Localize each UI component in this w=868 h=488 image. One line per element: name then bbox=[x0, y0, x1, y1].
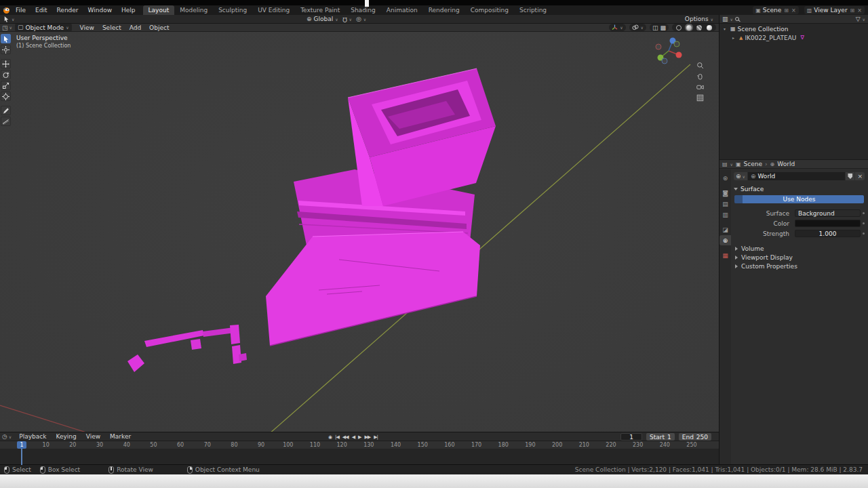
workspace-tab[interactable]: Scripting bbox=[514, 5, 552, 15]
surface-panel-header[interactable]: Surface bbox=[734, 185, 865, 193]
timeline-ruler[interactable]: 0102030405060708090100110120130140150160… bbox=[0, 441, 719, 449]
workspace-tab[interactable]: Rendering bbox=[423, 5, 465, 15]
viewport-menu-item[interactable]: Select bbox=[98, 24, 125, 31]
ortho-grid-icon[interactable] bbox=[696, 94, 704, 102]
outliner-editor-icon[interactable]: ▥ bbox=[722, 16, 728, 22]
fake-user-button[interactable] bbox=[846, 172, 854, 180]
strength-slider[interactable]: 1.000 bbox=[795, 230, 861, 237]
collapsed-panel-header[interactable]: Viewport Display bbox=[734, 253, 865, 262]
tool-measure[interactable] bbox=[1, 117, 11, 126]
unlink-world-button[interactable]: × bbox=[855, 172, 865, 180]
camera-view-icon[interactable] bbox=[696, 83, 704, 91]
view-layer-selector[interactable]: ▥ View Layer ⊞ × bbox=[804, 6, 865, 14]
navigation-gizmo[interactable] bbox=[648, 33, 690, 71]
snap-toggle[interactable]: Ω ∨ bbox=[342, 16, 352, 22]
breadcrumb-scene[interactable]: Scene bbox=[744, 161, 762, 167]
collapsed-panel-header[interactable]: Custom Properties bbox=[734, 262, 865, 270]
editor-type-selector[interactable]: ◳ ∨ bbox=[2, 24, 12, 31]
surface-type-dropdown[interactable]: Background bbox=[795, 209, 861, 217]
topbar-menu-item[interactable]: Window bbox=[83, 5, 117, 15]
chevron-down-icon[interactable]: ∨ bbox=[863, 17, 865, 22]
timeline-menu-item[interactable]: Keying bbox=[51, 433, 81, 440]
new-view-layer-button[interactable]: ⊞ bbox=[850, 7, 855, 14]
breadcrumb-world[interactable]: World bbox=[777, 161, 795, 167]
topbar-menu-item[interactable]: Render bbox=[52, 5, 83, 15]
viewport-canvas[interactable]: User Perspective (1) Scene Collection bbox=[0, 32, 719, 432]
workspace-tab[interactable]: Animation bbox=[381, 5, 423, 15]
orientation-dropdown[interactable]: ⊕ Global ∨ bbox=[307, 16, 338, 22]
proportional-edit-toggle[interactable]: ◎ ∨ bbox=[356, 16, 366, 22]
viewport-menu-item[interactable]: Add bbox=[125, 24, 145, 31]
animate-decorator-icon[interactable] bbox=[863, 232, 865, 235]
scene-selector[interactable]: ▣ Scene ⊞ × bbox=[753, 6, 798, 14]
timeline-menu-item[interactable]: Playback bbox=[14, 433, 51, 440]
mesh-lower-slab[interactable] bbox=[266, 232, 480, 346]
tool-transform[interactable] bbox=[1, 92, 11, 101]
properties-tab-render[interactable]: ◙ bbox=[719, 188, 731, 198]
tool-select-box[interactable] bbox=[1, 34, 11, 43]
gizmo-toggle-group[interactable]: ∨ bbox=[609, 24, 625, 31]
timeline-editor-type[interactable]: ◷ ∨ bbox=[2, 433, 12, 440]
topbar-menu-item[interactable]: File bbox=[11, 5, 31, 15]
transport-button[interactable]: ◀◀ bbox=[342, 434, 349, 440]
workspace-tab[interactable]: Modeling bbox=[174, 5, 213, 15]
viewport-menu-item[interactable]: Object bbox=[145, 24, 173, 31]
axis-x-neg-handle[interactable] bbox=[656, 44, 661, 49]
active-tool-indicator[interactable]: ∨ bbox=[3, 16, 14, 22]
new-scene-button[interactable]: ⊞ bbox=[784, 7, 789, 14]
properties-tab-texture[interactable]: ▦ bbox=[719, 250, 731, 260]
properties-tab-view-layer[interactable]: ▥ bbox=[719, 209, 731, 220]
world-name-field[interactable]: ⊕ World bbox=[748, 172, 846, 180]
transport-button[interactable]: ◀ bbox=[352, 434, 355, 440]
properties-editor-icon[interactable]: ▤ bbox=[722, 161, 728, 167]
timeline-menu-item[interactable]: Marker bbox=[105, 433, 136, 440]
unlink-scene-button[interactable]: × bbox=[791, 7, 796, 14]
world-browse-button[interactable]: ⊕ ∨ bbox=[734, 172, 747, 180]
tool-annotate[interactable] bbox=[1, 106, 11, 115]
workspace-tab[interactable]: Sculpting bbox=[213, 5, 252, 15]
shading-wireframe-button[interactable] bbox=[675, 24, 683, 31]
search-icon[interactable] bbox=[735, 17, 739, 21]
blender-logo-icon[interactable] bbox=[2, 6, 11, 14]
use-nodes-button[interactable]: Use Nodes bbox=[734, 195, 864, 203]
shading-dropdown-toggle[interactable]: ▩ bbox=[660, 24, 666, 31]
disclosure-triangle-icon[interactable]: ▾ bbox=[724, 26, 728, 31]
color-swatch[interactable] bbox=[795, 220, 861, 227]
current-frame-field[interactable]: 1 bbox=[620, 433, 642, 441]
tool-rotate[interactable] bbox=[1, 70, 11, 79]
transport-button[interactable]: ▶ bbox=[358, 434, 361, 440]
overlays-toggle-group[interactable]: ∨ bbox=[629, 24, 646, 31]
transport-button[interactable]: ◉ bbox=[328, 434, 332, 440]
pan-hand-icon[interactable] bbox=[696, 73, 704, 80]
transport-button[interactable]: ▶▶ bbox=[364, 434, 370, 440]
properties-tab-world[interactable]: ⊕ bbox=[719, 235, 731, 245]
viewport-menu-item[interactable]: View bbox=[76, 24, 98, 31]
options-dropdown[interactable]: Options ∨ bbox=[685, 16, 713, 22]
mesh-top-box[interactable] bbox=[348, 68, 496, 206]
chevron-down-icon[interactable]: ∨ bbox=[730, 162, 733, 167]
disclosure-triangle-icon[interactable]: ▸ bbox=[732, 35, 737, 40]
axis-z-neg-handle[interactable] bbox=[662, 58, 667, 64]
axis-y-neg-handle[interactable] bbox=[674, 41, 679, 47]
properties-tab-scene[interactable]: ◪ bbox=[719, 224, 731, 235]
3d-scene[interactable] bbox=[0, 32, 719, 432]
remove-view-layer-button[interactable]: × bbox=[857, 7, 862, 14]
transport-button[interactable]: |◀ bbox=[335, 434, 339, 440]
filter-icon[interactable]: ▽ bbox=[856, 16, 861, 22]
properties-tab-tool[interactable]: ⊛ bbox=[719, 173, 731, 183]
workspace-tab[interactable]: Layout bbox=[143, 5, 175, 15]
timeline-menu-item[interactable]: View bbox=[81, 433, 105, 440]
shading-rendered-button[interactable] bbox=[705, 24, 713, 31]
tool-cursor[interactable] bbox=[1, 45, 11, 54]
frame-start-field[interactable]: Start 1 bbox=[646, 433, 675, 441]
axis-x-handle[interactable] bbox=[676, 52, 682, 58]
tool-scale[interactable] bbox=[1, 81, 11, 90]
animate-decorator-icon[interactable] bbox=[863, 222, 865, 224]
animate-decorator-icon[interactable] bbox=[863, 212, 865, 214]
xray-toggle[interactable]: ◫ bbox=[652, 24, 658, 31]
outliner-row-scene-collection[interactable]: ▾ ▦ Scene Collection bbox=[719, 25, 868, 33]
playhead-handle[interactable]: 1 bbox=[17, 441, 26, 449]
shading-solid-button[interactable] bbox=[685, 24, 693, 31]
tool-move[interactable] bbox=[1, 59, 11, 68]
workspace-tab[interactable]: Compositing bbox=[465, 5, 514, 15]
